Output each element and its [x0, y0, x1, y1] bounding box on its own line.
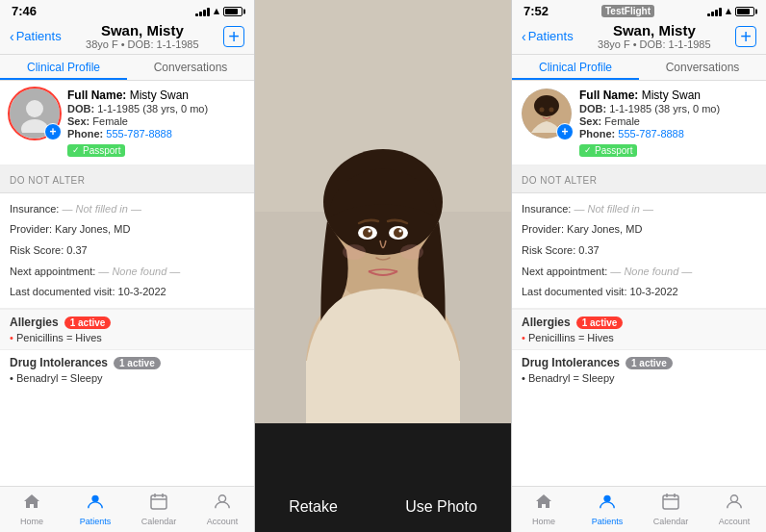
tab-clinical-profile-right[interactable]: Clinical Profile [512, 55, 639, 80]
right-last-visit-row: Last documented visit: 10-3-2022 [522, 282, 756, 299]
right-patient-subtitle: 38yo F • DOB: 1-1-1985 [598, 38, 711, 50]
right-phone-row: Phone: 555-787-8888 [579, 128, 756, 139]
nav-home-left[interactable]: Home [0, 491, 64, 528]
svg-rect-22 [306, 361, 460, 423]
left-back-label: Patients [16, 29, 62, 43]
left-add-button[interactable]: + [223, 26, 244, 47]
right-patients-icon [598, 493, 617, 515]
nav-account-left[interactable]: Account [191, 491, 254, 528]
right-profile-section: + Full Name: Misty Swan DOB: 1-1-1985 (3… [512, 81, 766, 165]
right-center-status: TestFlight [601, 5, 654, 17]
left-drug-badge: 1 active [114, 357, 161, 369]
svg-point-25 [534, 95, 559, 116]
list-item: Penicillins = Hives [10, 332, 244, 343]
left-bottom-nav: Home Patients Calendar Account [0, 486, 254, 532]
right-insurance-row: Insurance: — Not filled in — [522, 199, 756, 216]
right-provider-row: Provider: Kary Jones, MD [522, 219, 756, 237]
right-risk-row: Risk Score: 0.37 [522, 241, 756, 258]
right-calendar-icon [662, 493, 679, 515]
left-insurance-row: Insurance: — Not filled in — [10, 199, 244, 216]
right-wifi-icon: ▴ [726, 5, 731, 17]
svg-point-27 [549, 108, 554, 113]
left-patient-info: Full Name: Misty Swan DOB: 1-1-1985 (38 … [67, 89, 244, 157]
right-check-icon: ✓ [584, 145, 592, 155]
nav-calendar-right[interactable]: Calendar [639, 491, 702, 528]
right-nav-account-label: Account [719, 517, 751, 526]
right-header: ‹ Patients Swan, Misty 38yo F • DOB: 1-1… [512, 20, 766, 55]
left-status-icons: ▴ [195, 5, 243, 17]
right-phone-screen: 7:52 TestFlight ▴ ‹ [511, 0, 766, 532]
tab-conversations-right[interactable]: Conversations [639, 55, 766, 80]
camera-screen: Retake Use Photo [255, 0, 511, 532]
left-drug-section: Drug Intolerances 1 active Benadryl = Sl… [0, 350, 254, 393]
right-allergies-items: Penicillins = Hives [512, 332, 766, 349]
nav-calendar-left[interactable]: Calendar [127, 491, 191, 528]
left-next-appt-row: Next appointment: — None found — [10, 262, 244, 279]
left-phone-row: Phone: 555-787-8888 [67, 128, 244, 139]
nav-patients-right[interactable]: Patients [575, 491, 639, 528]
nav-patients-left[interactable]: Patients [64, 491, 127, 528]
right-next-appt-row: Next appointment: — None found — [522, 262, 756, 279]
chevron-left-icon: ‹ [10, 29, 14, 44]
right-full-name: Full Name: Misty Swan [579, 89, 756, 102]
left-allergies-items: Penicillins = Hives [0, 332, 254, 349]
right-passport-badge: ✓ Passport [579, 144, 637, 157]
svg-point-0 [26, 100, 43, 117]
right-drug-badge: 1 active [626, 357, 673, 369]
list-item: Benadryl = Sleepy [10, 372, 244, 384]
right-full-name-value: Misty Swan [642, 89, 701, 102]
svg-point-19 [399, 230, 402, 233]
left-dna-label: DO NOT ALTER [10, 175, 85, 186]
right-sex-row: Sex: Female [579, 115, 756, 127]
nav-calendar-label: Calendar [141, 517, 177, 526]
right-back-label: Patients [528, 29, 574, 43]
list-item: Penicillins = Hives [522, 332, 756, 343]
svg-point-7 [218, 495, 225, 502]
left-provider-row: Provider: Kary Jones, MD [10, 219, 244, 237]
testflight-badge: TestFlight [601, 5, 654, 17]
nav-home-label: Home [20, 517, 43, 526]
right-drug-items: Benadryl = Sleepy [512, 372, 766, 390]
check-icon: ✓ [72, 145, 80, 155]
wifi-icon: ▴ [214, 5, 219, 17]
right-add-button[interactable]: + [735, 26, 756, 47]
left-patient-subtitle: 38yo F • DOB: 1-1-1985 [86, 38, 199, 50]
right-nav-patients-label: Patients [592, 517, 624, 526]
right-scrollable: + Full Name: Misty Swan DOB: 1-1-1985 (3… [512, 81, 766, 486]
right-allergies-header: Allergies 1 active [512, 310, 766, 332]
full-name-label: Full Name: [67, 89, 130, 102]
tab-clinical-profile-left[interactable]: Clinical Profile [0, 55, 127, 80]
add-avatar-button[interactable]: + [44, 123, 62, 140]
right-allergies-badge: 1 active [576, 317, 624, 329]
right-add-avatar-button[interactable]: + [556, 123, 574, 140]
left-sex-row: Sex: Female [67, 115, 244, 127]
tab-conversations-left[interactable]: Conversations [127, 55, 254, 80]
right-bottom-nav: Home Patients Calendar Account [512, 486, 766, 532]
calendar-icon [150, 493, 167, 515]
home-icon [22, 493, 41, 515]
right-back-button[interactable]: ‹ Patients [522, 29, 574, 44]
nav-home-right[interactable]: Home [512, 491, 575, 528]
account-icon [214, 493, 231, 515]
left-header: ‹ Patients Swan, Misty 38yo F • DOB: 1-1… [0, 20, 254, 55]
svg-point-20 [343, 244, 366, 260]
left-status-bar: 7:46 ▴ [0, 0, 254, 20]
right-patient-name: Swan, Misty [598, 22, 711, 38]
camera-controls: Retake Use Photo [255, 482, 511, 532]
left-avatar-container: + [10, 89, 60, 139]
use-photo-button[interactable]: Use Photo [386, 494, 497, 520]
left-back-button[interactable]: ‹ Patients [10, 29, 62, 44]
retake-button[interactable]: Retake [269, 494, 357, 520]
left-allergies-badge: 1 active [64, 317, 112, 329]
left-clinical-info: Insurance: — Not filled in — Provider: K… [0, 193, 254, 309]
right-time: 7:52 [523, 4, 549, 18]
nav-account-right[interactable]: Account [702, 491, 766, 528]
left-allergies-header: Allergies 1 active [0, 310, 254, 332]
camera-photo-area [255, 0, 511, 482]
left-passport-badge: ✓ Passport [67, 144, 125, 157]
photo-svg [255, 0, 511, 423]
svg-point-2 [91, 495, 98, 502]
svg-point-33 [730, 495, 737, 502]
right-chevron-left-icon: ‹ [522, 29, 526, 44]
right-signal-icon [707, 7, 722, 16]
